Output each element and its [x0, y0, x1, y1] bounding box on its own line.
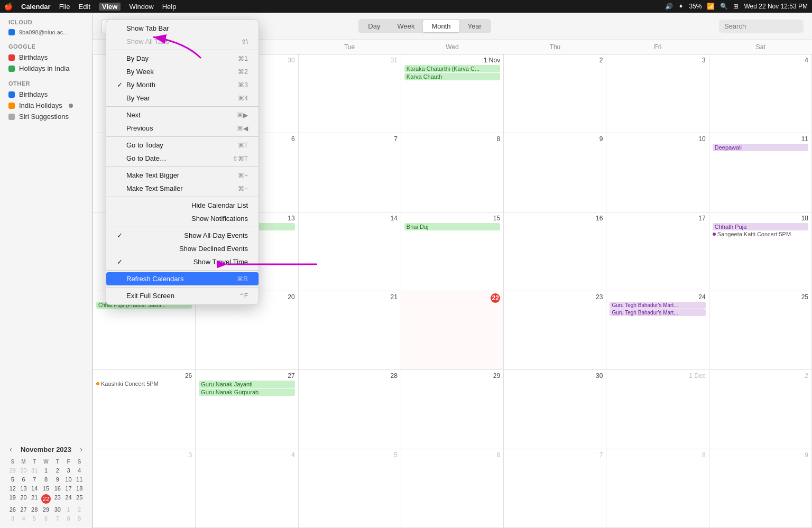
mini-day[interactable]: 8 — [40, 475, 52, 484]
menu-show-tab-bar[interactable]: Show Tab Bar — [106, 22, 259, 35]
cal-cell-nov9[interactable]: 9 — [504, 133, 606, 212]
cal-cell-nov2[interactable]: 2 — [504, 54, 606, 133]
mini-day[interactable]: 1 — [63, 505, 74, 514]
cal-cell-dec6[interactable]: 6 — [401, 449, 504, 528]
menu-go-date[interactable]: Go to Date… ⇧⌘T — [106, 152, 259, 165]
apple-menu[interactable]: 🍎 — [4, 3, 13, 11]
cal-cell-dec4[interactable]: 4 — [196, 449, 298, 528]
menu-show-allday[interactable]: ✓ Show All-Day Events — [106, 229, 259, 242]
cal-cell-nov15[interactable]: 15 Bhai Duj — [401, 212, 504, 291]
mini-day[interactable]: 4 — [74, 466, 85, 475]
mini-day[interactable]: 5 — [29, 514, 40, 523]
event-deepawali[interactable]: Deepawali — [713, 144, 808, 151]
event-bhai-duj[interactable]: Bhai Duj — [404, 223, 500, 230]
spotlight-icon[interactable]: 🔍 — [720, 3, 728, 10]
help-menu[interactable]: Help — [162, 3, 177, 11]
sidebar-item-india-holidays[interactable]: India Holidays — [0, 100, 92, 111]
mini-day[interactable]: 11 — [74, 475, 85, 484]
mini-day[interactable]: 29 — [40, 505, 52, 514]
mini-day[interactable]: 10 — [63, 475, 74, 484]
event-sangeeta[interactable]: Sangeeta Katti Concert 5PM — [713, 231, 808, 237]
cal-cell-nov28[interactable]: 28 — [299, 370, 401, 449]
cal-cell-dec5[interactable]: 5 — [299, 449, 401, 528]
menu-show-notif[interactable]: Show Notifications — [106, 212, 259, 225]
mini-day[interactable]: 2 — [74, 505, 85, 514]
cal-cell-nov27[interactable]: 27 Guru Nanak Jayanti Guru Nanak Gurpura… — [196, 370, 298, 449]
cal-cell-dec8[interactable]: 8 — [606, 449, 709, 528]
mini-day[interactable]: 3 — [7, 514, 18, 523]
mini-cal-prev[interactable]: ‹ — [7, 444, 14, 455]
mini-day-today[interactable]: 22 — [40, 493, 52, 505]
cal-cell-oct31[interactable]: 31 — [299, 54, 401, 133]
event-guru-nanak-jayanti[interactable]: Guru Nanak Jayanti — [199, 381, 294, 388]
mini-day[interactable]: 14 — [29, 484, 40, 493]
view-day-btn[interactable]: Day — [359, 20, 389, 32]
menu-show-declined[interactable]: Show Declined Events — [106, 242, 259, 255]
mini-day[interactable]: 13 — [19, 484, 29, 493]
sidebar-item-holidays-india[interactable]: Holidays in India — [0, 63, 92, 74]
sidebar-item-icloud[interactable]: 9ba098@nluo.ac... — [0, 27, 92, 37]
mini-day[interactable]: 6 — [40, 514, 52, 523]
mini-day[interactable]: 12 — [7, 484, 18, 493]
mini-day[interactable]: 4 — [19, 514, 29, 523]
mini-day[interactable]: 21 — [29, 493, 40, 505]
cal-cell-nov24[interactable]: 24 Guru Tegh Bahadur's Mart... Guru Tegh… — [606, 291, 709, 370]
sidebar-item-google-birthdays[interactable]: Birthdays — [0, 52, 92, 63]
calendar-app-menu[interactable]: Calendar — [21, 3, 51, 11]
cal-cell-nov1[interactable]: 1 Nov Karaka Chaturthi (Karva C... Karva… — [401, 54, 504, 133]
mini-day[interactable]: 6 — [19, 475, 29, 484]
mini-day[interactable]: 3 — [63, 466, 74, 475]
cal-cell-nov8[interactable]: 8 — [401, 133, 504, 212]
sidebar-item-other-birthdays[interactable]: Birthdays — [0, 89, 92, 100]
mini-day[interactable]: 26 — [7, 505, 18, 514]
cal-cell-nov14[interactable]: 14 — [299, 212, 401, 291]
mini-day[interactable]: 9 — [74, 514, 85, 523]
mini-day[interactable]: 15 — [40, 484, 52, 493]
cal-cell-dec9[interactable]: 9 — [709, 449, 812, 528]
event-guru-tegh-2[interactable]: Guru Tegh Bahadur's Mart... — [610, 309, 705, 316]
cal-cell-nov7[interactable]: 7 — [299, 133, 401, 212]
mini-day[interactable]: 20 — [19, 493, 29, 505]
cal-cell-nov17[interactable]: 17 — [606, 212, 709, 291]
mini-day[interactable]: 30 — [19, 466, 29, 475]
menu-show-travel[interactable]: ✓ Show Travel Time — [106, 255, 259, 268]
cal-cell-nov21[interactable]: 21 — [299, 291, 401, 370]
view-menu[interactable]: View — [99, 3, 121, 11]
mini-day[interactable]: 7 — [52, 514, 63, 523]
control-center-icon[interactable]: ⊞ — [733, 3, 739, 10]
search-input[interactable] — [719, 20, 804, 33]
menu-by-month[interactable]: ✓ By Month ⌘3 — [106, 78, 259, 91]
mini-day[interactable]: 29 — [7, 466, 18, 475]
event-kaushiki[interactable]: Kaushiki Concert 5PM — [96, 381, 192, 387]
menu-by-year[interactable]: By Year ⌘4 — [106, 91, 259, 105]
sidebar-item-siri[interactable]: Siri Suggestions — [0, 111, 92, 122]
cal-cell-nov25[interactable]: 25 — [709, 291, 812, 370]
mini-day[interactable]: 30 — [52, 505, 63, 514]
mini-day[interactable]: 17 — [63, 484, 74, 493]
menu-by-day[interactable]: By Day ⌘1 — [106, 52, 259, 65]
mini-day[interactable]: 16 — [52, 484, 63, 493]
mini-day[interactable]: 1 — [40, 466, 52, 475]
mini-day[interactable]: 27 — [19, 505, 29, 514]
menu-text-smaller[interactable]: Make Text Smaller ⌘− — [106, 182, 259, 195]
event-guru-nanak-gurpurab[interactable]: Guru Nanak Gurpurab — [199, 388, 294, 396]
event-karaka[interactable]: Karaka Chaturthi (Karva C... — [404, 65, 500, 72]
cal-cell-nov18[interactable]: 18 Chhath Puja Sangeeta Katti Concert 5P… — [709, 212, 812, 291]
mini-day[interactable]: 25 — [74, 493, 85, 505]
menu-hide-cal-list[interactable]: Hide Calendar List — [106, 199, 259, 212]
event-chhath-puja[interactable]: Chhath Puja — [713, 223, 808, 230]
menu-exit-full[interactable]: Exit Full Screen ⌃F — [106, 289, 259, 302]
mini-day[interactable]: 31 — [29, 466, 40, 475]
event-guru-tegh-1[interactable]: Guru Tegh Bahadur's Mart... — [610, 302, 705, 309]
mini-day[interactable]: 19 — [7, 493, 18, 505]
view-year-btn[interactable]: Year — [459, 20, 490, 32]
cal-cell-dec2[interactable]: 2 — [709, 370, 812, 449]
event-karva[interactable]: Karva Chauth — [404, 73, 500, 80]
menu-previous[interactable]: Previous ⌘◀ — [106, 122, 259, 135]
view-month-btn[interactable]: Month — [423, 20, 459, 32]
cal-cell-nov22-today[interactable]: 22 — [401, 291, 504, 370]
cal-cell-nov4[interactable]: 4 — [709, 54, 812, 133]
menu-by-week[interactable]: By Week ⌘2 — [106, 65, 259, 78]
mini-day[interactable]: 24 — [63, 493, 74, 505]
cal-cell-nov3[interactable]: 3 — [606, 54, 709, 133]
